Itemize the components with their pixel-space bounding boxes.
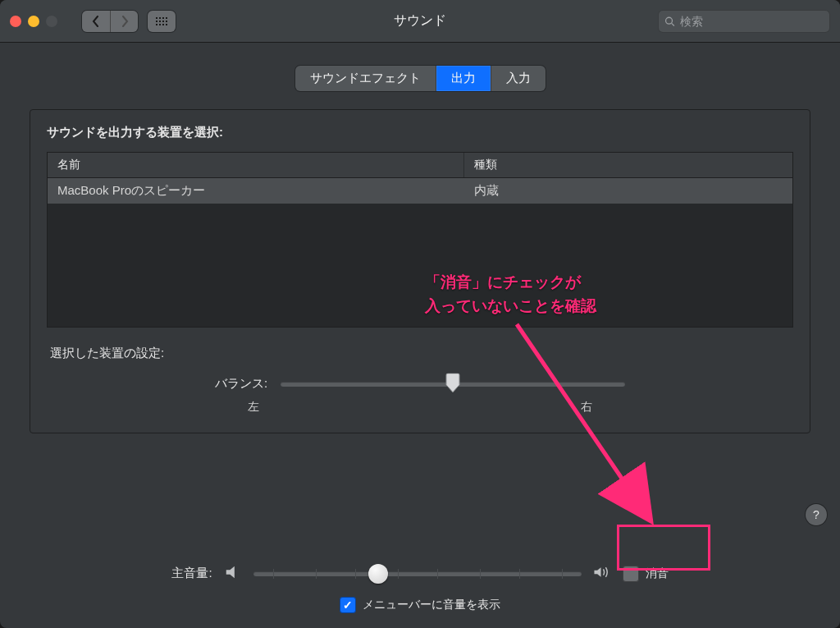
show-in-menubar-row: メニューバーに音量を表示 (30, 597, 810, 613)
grid-icon (156, 17, 167, 25)
traffic-lights (10, 16, 57, 27)
device-table: 名前 種類 MacBook Proのスピーカー 内蔵 (47, 152, 793, 328)
main-volume-label: 主音量: (171, 566, 212, 581)
search-input[interactable] (680, 15, 824, 28)
balance-right-label: 右 (581, 400, 592, 415)
help-button-wrap: ? (806, 504, 827, 525)
speaker-low-icon (224, 563, 242, 584)
window-title: サウンド (394, 12, 446, 30)
help-button[interactable]: ? (806, 504, 827, 525)
tab-input[interactable]: 入力 (491, 66, 546, 91)
volume-slider-thumb[interactable] (368, 564, 388, 584)
mute-label: 消音 (646, 566, 669, 581)
balance-left-label: 左 (248, 400, 259, 415)
search-box[interactable] (658, 10, 830, 33)
column-name[interactable]: 名前 (48, 153, 464, 177)
speaker-high-icon (593, 563, 611, 584)
nav-buttons (82, 11, 138, 32)
titlebar: サウンド (0, 0, 840, 43)
balance-slider-thumb[interactable] (445, 373, 461, 392)
chevron-right-icon (121, 16, 129, 27)
maximize-button[interactable] (46, 16, 57, 27)
device-name: MacBook Proのスピーカー (48, 178, 464, 204)
footer-area: 主音量: (0, 563, 840, 613)
menubar-checkbox[interactable] (340, 597, 356, 613)
chevron-left-icon (92, 16, 100, 27)
balance-lr-labels: 左 右 (248, 400, 592, 415)
device-type: 内蔵 (464, 178, 792, 204)
mute-group: 消音 (623, 566, 669, 582)
svg-point-0 (666, 17, 673, 24)
main-volume-slider[interactable] (253, 571, 582, 576)
sound-preferences-window: サウンド サウンドエフェクト 出力 入力 サウンドを出力する装置を選択: 名前 … (0, 0, 840, 628)
back-button[interactable] (82, 11, 110, 32)
minimize-button[interactable] (28, 16, 39, 27)
balance-slider[interactable] (281, 382, 625, 387)
annotation-text: 「消音」にチェックが 入っていないことを確認 (425, 271, 596, 318)
search-icon (664, 16, 675, 27)
table-header: 名前 種類 (48, 153, 792, 178)
balance-label: バランス: (215, 376, 267, 392)
content-area: サウンドエフェクト 出力 入力 サウンドを出力する装置を選択: 名前 種類 Ma… (0, 43, 840, 433)
main-volume-row: 主音量: (30, 563, 810, 584)
table-row[interactable]: MacBook Proのスピーカー 内蔵 (48, 178, 792, 204)
close-button[interactable] (10, 16, 21, 27)
forward-button[interactable] (110, 11, 138, 32)
column-type[interactable]: 種類 (464, 153, 792, 177)
select-device-label: サウンドを出力する装置を選択: (47, 125, 793, 140)
mute-checkbox[interactable] (623, 566, 639, 582)
show-all-button[interactable] (148, 11, 176, 32)
device-settings-label: 選択した装置の設定: (50, 346, 793, 361)
balance-row: バランス: (47, 376, 793, 392)
menubar-label: メニューバーに音量を表示 (363, 598, 500, 612)
output-panel: サウンドを出力する装置を選択: 名前 種類 MacBook Proのスピーカー … (30, 109, 810, 433)
tab-segmented-control: サウンドエフェクト 出力 入力 (295, 66, 546, 91)
tab-output[interactable]: 出力 (436, 66, 491, 91)
tab-sound-effects[interactable]: サウンドエフェクト (295, 66, 436, 91)
svg-line-1 (672, 23, 674, 25)
